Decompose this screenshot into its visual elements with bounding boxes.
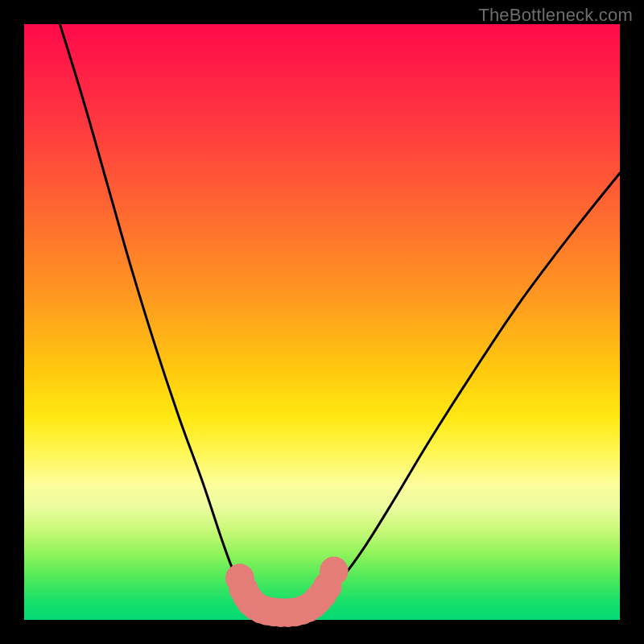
marker-layer bbox=[225, 556, 349, 626]
data-marker bbox=[320, 556, 349, 585]
chart-svg bbox=[24, 24, 620, 620]
attribution-text: TheBottleneck.com bbox=[478, 5, 633, 26]
curve-layer bbox=[60, 24, 620, 614]
bottleneck-curve bbox=[60, 24, 620, 614]
chart-frame: TheBottleneck.com bbox=[0, 0, 644, 644]
